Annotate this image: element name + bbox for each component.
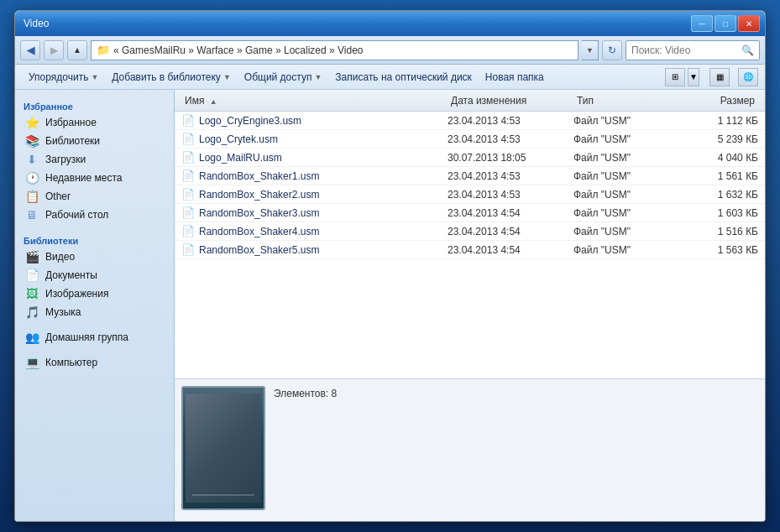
forward-button[interactable]: ▶ (44, 40, 64, 60)
address-dropdown-button[interactable]: ▼ (582, 40, 599, 60)
table-row[interactable]: 📄 RandomBox_Shaker3.usm 23.04.2013 4:54 … (175, 204, 765, 222)
arrange-button[interactable]: Упорядочить ▼ (22, 69, 105, 86)
homegroup-icon: 👥 (24, 331, 40, 344)
preview-thumbnail (181, 386, 265, 510)
other-icon: 📋 (24, 190, 40, 203)
burn-button[interactable]: Записать на оптический диск (328, 69, 479, 86)
status-bar: Элементов: 8 (274, 386, 758, 401)
sidebar-favorites-label: Избранное (45, 117, 97, 128)
file-name: Logo_MailRU.usm (199, 152, 448, 164)
file-date: 30.07.2013 18:05 (448, 152, 573, 164)
minimize-button[interactable]: ─ (691, 15, 713, 32)
sidebar-downloads-label: Загрузки (45, 154, 86, 165)
bottom-area: Элементов: 8 (175, 378, 765, 521)
file-date: 23.04.2013 4:53 (448, 189, 573, 201)
video-icon: 🎬 (24, 250, 40, 263)
file-area: Имя ▲ Дата изменения Тип Размер 📄 Logo_C… (175, 90, 765, 521)
sidebar-item-homegroup[interactable]: 👥 Домашняя группа (15, 328, 174, 347)
file-type: Файл "USM" (573, 152, 674, 164)
sidebar-item-documents[interactable]: 📄 Документы (15, 266, 174, 284)
add-library-button[interactable]: Добавить в библиотеку ▼ (105, 69, 237, 86)
file-type: Файл "USM" (573, 170, 674, 182)
table-row[interactable]: 📄 Logo_MailRU.usm 30.07.2013 18:05 Файл … (175, 149, 765, 167)
file-size: 4 040 КБ (674, 152, 758, 164)
sidebar-item-recent[interactable]: 🕐 Недавние места (15, 169, 174, 187)
documents-icon: 📄 (24, 269, 40, 282)
maximize-button[interactable]: □ (715, 15, 736, 32)
items-count: Элементов: 8 (274, 388, 337, 399)
sidebar-item-downloads[interactable]: ⬇ Загрузки (15, 150, 174, 169)
sidebar-libraries-label: Библиотеки (45, 135, 100, 147)
sidebar-item-computer[interactable]: 💻 Компьютер (15, 353, 174, 372)
file-icon: 📄 (181, 225, 195, 237)
folder-icon: 📁 (97, 44, 110, 56)
search-icon: 🔍 (741, 44, 754, 56)
file-name: RandomBox_Shaker2.usm (199, 189, 448, 201)
table-row[interactable]: 📄 RandomBox_Shaker4.usm 23.04.2013 4:54 … (175, 222, 765, 241)
file-size: 5 239 КБ (674, 133, 758, 145)
file-name: Logo_CryEngine3.usm (199, 115, 448, 127)
share-button[interactable]: Общий доступ ▼ (238, 69, 329, 86)
file-type: Файл "USM" (573, 207, 674, 219)
sidebar-video-label: Видео (45, 251, 75, 263)
file-size: 1 603 КБ (674, 207, 758, 219)
file-icon: 📄 (181, 170, 195, 182)
file-icon: 📄 (181, 114, 195, 127)
sidebar-item-music[interactable]: 🎵 Музыка (15, 303, 174, 321)
sidebar-item-images[interactable]: 🖼 Изображения (15, 284, 174, 303)
sidebar-computer-label: Компьютер (45, 357, 97, 368)
view-mode-button-1[interactable]: ⊞ (665, 68, 685, 86)
col-header-name[interactable]: Имя ▲ (181, 95, 448, 107)
desktop-icon: 🖥 (24, 208, 40, 222)
col-header-date[interactable]: Дата изменения (448, 95, 573, 107)
preview-thumb-inner (186, 394, 261, 503)
address-breadcrumb: « GamesMailRu » Warface » Game » Localiz… (113, 44, 363, 56)
up-button[interactable]: ▲ (67, 40, 87, 60)
file-name: Logo_Crytek.usm (199, 133, 448, 145)
sidebar-homegroup-label: Домашняя группа (45, 331, 128, 343)
table-row[interactable]: 📄 Logo_Crytek.usm 23.04.2013 4:53 Файл "… (175, 130, 765, 149)
address-box[interactable]: 📁 « GamesMailRu » Warface » Game » Local… (91, 40, 578, 60)
file-name: RandomBox_Shaker3.usm (199, 207, 448, 219)
table-row[interactable]: 📄 RandomBox_Shaker1.usm 23.04.2013 4:53 … (175, 167, 765, 185)
sidebar-item-desktop[interactable]: 🖥 Рабочий стол (15, 206, 174, 224)
table-row[interactable]: 📄 RandomBox_Shaker5.usm 23.04.2013 4:54 … (175, 241, 765, 259)
file-date: 23.04.2013 4:54 (448, 244, 573, 256)
computer-icon: 💻 (24, 356, 40, 369)
file-type: Файл "USM" (573, 226, 674, 237)
new-folder-button[interactable]: Новая папка (479, 69, 551, 86)
file-type: Файл "USM" (573, 133, 674, 145)
file-list: 📄 Logo_CryEngine3.usm 23.04.2013 4:53 Фа… (175, 112, 765, 378)
sidebar-item-favorites[interactable]: ⭐ Избранное (15, 113, 174, 132)
sidebar-item-other[interactable]: 📋 Other (15, 187, 174, 206)
sidebar-divider-3 (15, 347, 174, 353)
file-type: Файл "USM" (573, 189, 674, 201)
col-header-type[interactable]: Тип (573, 95, 674, 107)
file-date: 23.04.2013 4:53 (448, 115, 573, 127)
images-icon: 🖼 (24, 287, 40, 300)
sidebar-divider-1 (15, 224, 174, 231)
table-row[interactable]: 📄 RandomBox_Shaker2.usm 23.04.2013 4:53 … (175, 185, 765, 204)
explorer-window: Video ─ □ ✕ ◀ ▶ ▲ 📁 « GamesMailRu » Warf… (14, 10, 766, 522)
refresh-button[interactable]: ↻ (602, 40, 622, 60)
file-date: 23.04.2013 4:53 (448, 133, 573, 145)
file-name: RandomBox_Shaker1.usm (199, 170, 448, 182)
view-mode-dropdown[interactable]: ▼ (688, 68, 699, 86)
close-button[interactable]: ✕ (738, 15, 760, 32)
title-bar: Video ─ □ ✕ (15, 11, 765, 36)
sidebar-desktop-label: Рабочий стол (45, 209, 108, 221)
search-box[interactable]: 🔍 (626, 40, 760, 60)
file-name: RandomBox_Shaker4.usm (199, 226, 448, 237)
table-row[interactable]: 📄 Logo_CryEngine3.usm 23.04.2013 4:53 Фа… (175, 112, 765, 130)
sidebar-item-video[interactable]: 🎬 Видео (15, 248, 174, 266)
sidebar-music-label: Музыка (45, 306, 81, 318)
file-icon: 📄 (181, 188, 195, 201)
main-area: Избранное ⭐ Избранное 📚 Библиотеки ⬇ Заг… (15, 90, 765, 521)
view-mode-button-2[interactable]: ▦ (709, 68, 730, 86)
window-title: Video (20, 18, 691, 29)
col-header-size[interactable]: Размер (674, 95, 758, 107)
globe-button[interactable]: 🌐 (738, 68, 758, 86)
sidebar-item-libraries[interactable]: 📚 Библиотеки (15, 132, 174, 150)
back-button[interactable]: ◀ (20, 40, 40, 60)
search-input[interactable] (631, 44, 738, 56)
